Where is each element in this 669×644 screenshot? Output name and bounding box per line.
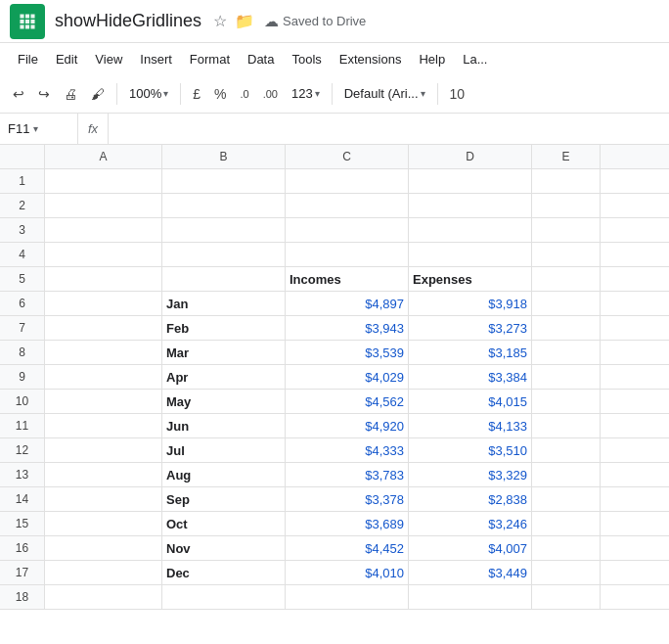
grid-cell[interactable] — [162, 218, 286, 242]
grid-cell[interactable]: $3,510 — [409, 438, 532, 462]
grid-cell[interactable]: $3,943 — [286, 316, 409, 340]
star-icon[interactable]: ☆ — [213, 12, 227, 30]
menu-file[interactable]: File — [10, 49, 46, 69]
grid-cell[interactable] — [286, 243, 409, 266]
grid-cell[interactable]: $3,378 — [286, 487, 409, 511]
grid-cell[interactable] — [532, 512, 601, 535]
menu-data[interactable]: Data — [240, 49, 282, 69]
grid-cell[interactable] — [532, 585, 601, 609]
col-header-c[interactable]: C — [286, 145, 409, 168]
grid-cell[interactable] — [45, 487, 162, 511]
grid-cell[interactable] — [162, 169, 286, 193]
grid-cell[interactable]: $4,452 — [286, 536, 409, 560]
grid-cell[interactable] — [532, 194, 601, 217]
grid-cell[interactable] — [409, 218, 532, 242]
menu-insert[interactable]: Insert — [132, 49, 180, 69]
col-header-a[interactable]: A — [45, 145, 162, 168]
cell-reference[interactable]: F11 ▾ — [0, 114, 78, 144]
grid-cell[interactable]: $3,918 — [409, 292, 532, 315]
grid-cell[interactable] — [45, 512, 162, 535]
undo-button[interactable]: ↩ — [8, 83, 29, 105]
grid-cell[interactable]: Oct — [162, 512, 286, 535]
grid-cell[interactable] — [532, 341, 601, 364]
grid-cell[interactable]: $4,007 — [409, 536, 532, 560]
grid-cell[interactable] — [532, 536, 601, 560]
grid-cell[interactable]: $3,246 — [409, 512, 532, 535]
grid-cell[interactable]: Mar — [162, 341, 286, 364]
grid-cell[interactable] — [45, 463, 162, 486]
grid-cell[interactable]: Dec — [162, 561, 286, 584]
grid-cell[interactable] — [45, 438, 162, 462]
grid-cell[interactable] — [162, 585, 286, 609]
grid-cell[interactable]: $3,185 — [409, 341, 532, 364]
menu-edit[interactable]: Edit — [48, 49, 85, 69]
grid-cell[interactable]: $4,010 — [286, 561, 409, 584]
col-header-e[interactable]: E — [532, 145, 601, 168]
grid-cell[interactable] — [45, 316, 162, 340]
format-dropdown[interactable]: 123 ▾ — [287, 83, 325, 104]
menu-view[interactable]: View — [87, 49, 130, 69]
col-header-d[interactable]: D — [409, 145, 532, 168]
grid-cell[interactable]: $4,333 — [286, 438, 409, 462]
grid-cell[interactable]: Nov — [162, 536, 286, 560]
grid-cell[interactable] — [409, 194, 532, 217]
grid-cell[interactable] — [532, 243, 601, 266]
grid-cell[interactable] — [532, 365, 601, 389]
grid-cell[interactable]: Apr — [162, 365, 286, 389]
grid-cell[interactable]: $3,384 — [409, 365, 532, 389]
grid-cell[interactable] — [532, 463, 601, 486]
menu-format[interactable]: Format — [182, 49, 238, 69]
grid-cell[interactable] — [532, 561, 601, 584]
paint-format-button[interactable]: 🖌 — [86, 83, 110, 105]
menu-last[interactable]: La... — [455, 49, 495, 69]
grid-cell[interactable] — [532, 487, 601, 511]
print-button[interactable]: 🖨 — [59, 83, 82, 105]
grid-cell[interactable] — [45, 365, 162, 389]
folder-icon[interactable]: 📁 — [235, 12, 254, 30]
grid-cell[interactable]: $3,689 — [286, 512, 409, 535]
grid-cell[interactable] — [45, 267, 162, 291]
grid-cell[interactable]: Aug — [162, 463, 286, 486]
grid-cell[interactable] — [45, 585, 162, 609]
menu-help[interactable]: Help — [411, 49, 453, 69]
grid-cell[interactable] — [409, 169, 532, 193]
grid-cell[interactable]: $4,920 — [286, 414, 409, 437]
grid-cell[interactable] — [286, 194, 409, 217]
grid-cell[interactable] — [532, 218, 601, 242]
grid-cell[interactable]: $3,329 — [409, 463, 532, 486]
grid-cell[interactable] — [532, 292, 601, 315]
grid-cell[interactable] — [286, 169, 409, 193]
grid-cell[interactable]: $4,015 — [409, 390, 532, 413]
grid-cell[interactable]: $3,449 — [409, 561, 532, 584]
grid-cell[interactable]: $3,273 — [409, 316, 532, 340]
grid-cell[interactable] — [286, 585, 409, 609]
grid-cell[interactable]: $4,897 — [286, 292, 409, 315]
grid-cell[interactable] — [532, 438, 601, 462]
grid-cell[interactable] — [45, 218, 162, 242]
decimal-less-button[interactable]: .0 — [236, 85, 254, 103]
decimal-more-button[interactable]: .00 — [258, 85, 283, 103]
grid-cell[interactable] — [45, 390, 162, 413]
grid-cell[interactable]: Incomes — [286, 267, 409, 291]
grid-cell[interactable]: Sep — [162, 487, 286, 511]
redo-button[interactable]: ↪ — [33, 83, 55, 105]
grid-cell[interactable] — [45, 292, 162, 315]
formula-input[interactable] — [109, 114, 669, 144]
col-header-b[interactable]: B — [162, 145, 286, 168]
grid-cell[interactable]: Jan — [162, 292, 286, 315]
grid-cell[interactable] — [409, 243, 532, 266]
menu-extensions[interactable]: Extensions — [332, 49, 410, 69]
currency-button[interactable]: £ — [188, 83, 205, 105]
grid-cell[interactable]: Jul — [162, 438, 286, 462]
grid-cell[interactable] — [532, 390, 601, 413]
grid-cell[interactable]: Feb — [162, 316, 286, 340]
grid-cell[interactable] — [45, 194, 162, 217]
font-dropdown[interactable]: Default (Ari... ▾ — [339, 83, 430, 104]
grid-cell[interactable] — [532, 414, 601, 437]
grid-cell[interactable] — [45, 243, 162, 266]
grid-cell[interactable] — [162, 267, 286, 291]
grid-cell[interactable]: Jun — [162, 414, 286, 437]
grid-cell[interactable] — [532, 316, 601, 340]
grid-cell[interactable]: $2,838 — [409, 487, 532, 511]
grid-cell[interactable]: $4,562 — [286, 390, 409, 413]
